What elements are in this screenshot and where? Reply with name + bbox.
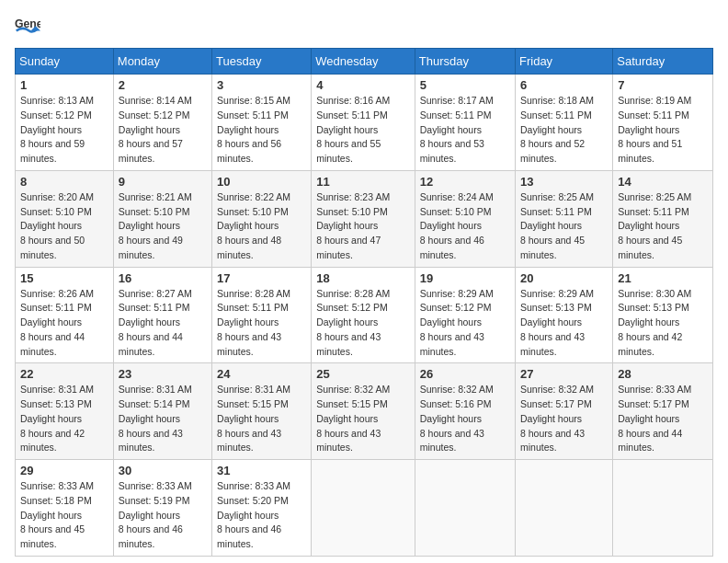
calendar-day-9: 9Sunrise: 8:21 AMSunset: 5:10 PMDaylight… bbox=[113, 170, 211, 267]
calendar-day-16: 16Sunrise: 8:27 AMSunset: 5:11 PMDayligh… bbox=[113, 267, 211, 363]
calendar-day-5: 5Sunrise: 8:17 AMSunset: 5:11 PMDaylight… bbox=[415, 75, 515, 171]
weekday-header-sunday: Sunday bbox=[16, 49, 114, 75]
calendar-empty bbox=[516, 460, 613, 557]
calendar-day-18: 18Sunrise: 8:28 AMSunset: 5:12 PMDayligh… bbox=[312, 267, 415, 363]
calendar-day-30: 30Sunrise: 8:33 AMSunset: 5:19 PMDayligh… bbox=[113, 460, 211, 557]
weekday-header-saturday: Saturday bbox=[613, 49, 713, 75]
weekday-header-tuesday: Tuesday bbox=[212, 49, 312, 75]
calendar-empty bbox=[312, 460, 415, 557]
calendar-day-29: 29Sunrise: 8:33 AMSunset: 5:18 PMDayligh… bbox=[16, 460, 114, 557]
calendar-day-26: 26Sunrise: 8:32 AMSunset: 5:16 PMDayligh… bbox=[415, 363, 515, 460]
calendar-day-25: 25Sunrise: 8:32 AMSunset: 5:15 PMDayligh… bbox=[312, 363, 415, 460]
calendar-day-24: 24Sunrise: 8:31 AMSunset: 5:15 PMDayligh… bbox=[212, 363, 312, 460]
calendar-day-23: 23Sunrise: 8:31 AMSunset: 5:14 PMDayligh… bbox=[113, 363, 211, 460]
calendar-day-2: 2Sunrise: 8:14 AMSunset: 5:12 PMDaylight… bbox=[113, 75, 211, 171]
calendar-day-7: 7Sunrise: 8:19 AMSunset: 5:11 PMDaylight… bbox=[613, 75, 713, 171]
weekday-header-row: SundayMondayTuesdayWednesdayThursdayFrid… bbox=[16, 49, 713, 75]
calendar-table: SundayMondayTuesdayWednesdayThursdayFrid… bbox=[15, 48, 713, 557]
calendar-day-12: 12Sunrise: 8:24 AMSunset: 5:10 PMDayligh… bbox=[415, 170, 515, 267]
calendar-empty bbox=[613, 460, 713, 557]
calendar-day-15: 15Sunrise: 8:26 AMSunset: 5:11 PMDayligh… bbox=[16, 267, 114, 363]
calendar-day-28: 28Sunrise: 8:33 AMSunset: 5:17 PMDayligh… bbox=[613, 363, 713, 460]
calendar-week-0: 1Sunrise: 8:13 AMSunset: 5:12 PMDaylight… bbox=[16, 75, 713, 171]
calendar-day-14: 14Sunrise: 8:25 AMSunset: 5:11 PMDayligh… bbox=[613, 170, 713, 267]
calendar-week-4: 29Sunrise: 8:33 AMSunset: 5:18 PMDayligh… bbox=[16, 460, 713, 557]
page-header: General bbox=[15, 15, 713, 40]
calendar-empty bbox=[415, 460, 515, 557]
calendar-day-27: 27Sunrise: 8:32 AMSunset: 5:17 PMDayligh… bbox=[516, 363, 613, 460]
weekday-header-friday: Friday bbox=[516, 49, 613, 75]
calendar-week-3: 22Sunrise: 8:31 AMSunset: 5:13 PMDayligh… bbox=[16, 363, 713, 460]
calendar-day-8: 8Sunrise: 8:20 AMSunset: 5:10 PMDaylight… bbox=[16, 170, 114, 267]
weekday-header-thursday: Thursday bbox=[415, 49, 515, 75]
calendar-day-4: 4Sunrise: 8:16 AMSunset: 5:11 PMDaylight… bbox=[312, 75, 415, 171]
calendar-day-13: 13Sunrise: 8:25 AMSunset: 5:11 PMDayligh… bbox=[516, 170, 613, 267]
calendar-day-17: 17Sunrise: 8:28 AMSunset: 5:11 PMDayligh… bbox=[212, 267, 312, 363]
calendar-day-3: 3Sunrise: 8:15 AMSunset: 5:11 PMDaylight… bbox=[212, 75, 312, 171]
calendar-day-6: 6Sunrise: 8:18 AMSunset: 5:11 PMDaylight… bbox=[516, 75, 613, 171]
logo: General bbox=[15, 15, 44, 40]
logo-icon: General bbox=[15, 15, 40, 40]
calendar-day-19: 19Sunrise: 8:29 AMSunset: 5:12 PMDayligh… bbox=[415, 267, 515, 363]
calendar-day-31: 31Sunrise: 8:33 AMSunset: 5:20 PMDayligh… bbox=[212, 460, 312, 557]
weekday-header-monday: Monday bbox=[113, 49, 211, 75]
calendar-day-21: 21Sunrise: 8:30 AMSunset: 5:13 PMDayligh… bbox=[613, 267, 713, 363]
calendar-day-1: 1Sunrise: 8:13 AMSunset: 5:12 PMDaylight… bbox=[16, 75, 114, 171]
calendar-week-2: 15Sunrise: 8:26 AMSunset: 5:11 PMDayligh… bbox=[16, 267, 713, 363]
calendar-day-22: 22Sunrise: 8:31 AMSunset: 5:13 PMDayligh… bbox=[16, 363, 114, 460]
weekday-header-wednesday: Wednesday bbox=[312, 49, 415, 75]
calendar-week-1: 8Sunrise: 8:20 AMSunset: 5:10 PMDaylight… bbox=[16, 170, 713, 267]
calendar-day-11: 11Sunrise: 8:23 AMSunset: 5:10 PMDayligh… bbox=[312, 170, 415, 267]
calendar-day-20: 20Sunrise: 8:29 AMSunset: 5:13 PMDayligh… bbox=[516, 267, 613, 363]
calendar-day-10: 10Sunrise: 8:22 AMSunset: 5:10 PMDayligh… bbox=[212, 170, 312, 267]
